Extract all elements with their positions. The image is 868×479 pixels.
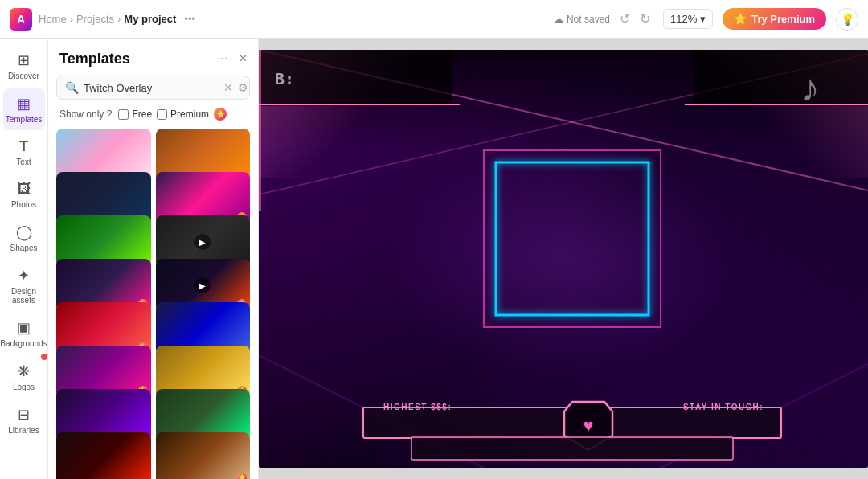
show-only-label: Show only ?: [59, 108, 112, 120]
sidebar-label-design-assets: Design assets: [8, 287, 40, 305]
filter-checkboxes: Free Premium ⭐: [118, 108, 227, 121]
design-assets-icon: ✦: [18, 267, 30, 285]
sidebar-item-discover[interactable]: ⊞ Discover: [3, 45, 45, 87]
redo-button[interactable]: ↻: [637, 8, 653, 30]
svg-text:♥: ♥: [583, 416, 593, 436]
search-icon: 🔍: [65, 81, 79, 94]
sidebar-item-design-assets[interactable]: ✦ Design assets: [3, 260, 45, 311]
canvas-content: ♥ B: ♪ HIGHEST $$$: STAY IN TOUCH:: [259, 50, 868, 468]
home-link[interactable]: Home: [39, 13, 67, 25]
try-premium-button[interactable]: ⭐ Try Premium: [723, 8, 826, 30]
breadcrumb-sep: ›: [70, 13, 73, 25]
play-icon: ▶: [194, 277, 211, 293]
main-layout: ⊞ Discover ▦ Templates T Text 🖼 Photos ◯…: [0, 39, 868, 479]
shapes-icon: ◯: [16, 223, 32, 241]
premium-filter[interactable]: Premium: [157, 108, 209, 120]
save-status: ☁ Not saved: [554, 14, 610, 25]
canvas-svg: ♥: [259, 50, 868, 468]
backgrounds-icon: ▣: [17, 319, 31, 337]
sidebar-item-text[interactable]: T Text: [3, 132, 45, 173]
highest-label: HIGHEST $$$:: [383, 403, 452, 411]
sidebar-item-templates[interactable]: ▦ Templates: [3, 88, 45, 130]
canvas-label-b: B:: [275, 69, 294, 88]
photos-icon: 🖼: [17, 181, 31, 198]
text-icon: T: [19, 138, 28, 155]
undo-button[interactable]: ↺: [616, 8, 633, 30]
svg-rect-16: [411, 437, 733, 460]
try-premium-label: Try Premium: [751, 13, 815, 25]
sidebar-label-text: Text: [16, 158, 31, 166]
sidebar-label-templates: Templates: [6, 115, 43, 124]
premium-star-icon: ⭐: [734, 13, 747, 25]
save-status-text: Not saved: [567, 14, 610, 25]
logos-icon: ❋: [18, 362, 30, 380]
topbar: A Home › Projects › My project ••• ☁ Not…: [0, 0, 868, 39]
premium-label: Premium: [170, 108, 209, 120]
premium-checkbox[interactable]: [157, 109, 167, 120]
logos-badge: [41, 354, 47, 360]
search-input[interactable]: [84, 82, 219, 94]
premium-badge-icon: ⭐: [214, 108, 227, 121]
topbar-right: ↺ ↻ 112% ▾ ⭐ Try Premium 💡: [616, 8, 858, 31]
zoom-control[interactable]: 112% ▾: [663, 9, 713, 29]
templates-panel: Templates ··· × 🔍 ✕ ⚙ Show only ? Free P…: [48, 39, 259, 479]
play-icon: ▶: [194, 234, 211, 250]
search-bar: 🔍 ✕ ⚙: [56, 76, 250, 100]
history-controls: ↺ ↻: [616, 8, 653, 30]
sidebar-item-photos[interactable]: 🖼 Photos: [3, 174, 45, 215]
zoom-level: 112%: [670, 13, 697, 25]
stay-in-touch-label: STAY IN TOUCH:: [683, 403, 764, 411]
more-options-button[interactable]: •••: [179, 11, 200, 27]
sidebar-label-logos: Logos: [13, 383, 35, 391]
discover-icon: ⊞: [18, 51, 30, 69]
chevron-down-icon: ▾: [700, 13, 706, 25]
template-item[interactable]: ⭐: [156, 432, 251, 479]
breadcrumb: Home › Projects › My project •••: [39, 11, 547, 27]
app-logo[interactable]: A: [10, 8, 32, 31]
sidebar-item-logos[interactable]: ❋ Logos: [3, 356, 45, 398]
template-item[interactable]: [56, 432, 151, 479]
free-label: Free: [132, 108, 152, 120]
music-note-icon: ♪: [800, 66, 820, 110]
svg-rect-3: [693, 50, 868, 106]
sidebar-label-libraries: Libraries: [8, 426, 39, 435]
sidebar-label-photos: Photos: [11, 200, 36, 209]
sidebar-label-backgrounds: Backgrounds: [0, 339, 47, 348]
search-clear-button[interactable]: ✕: [223, 81, 233, 94]
cloud-icon: ☁: [554, 14, 563, 25]
panel-more-button[interactable]: ···: [212, 50, 232, 68]
panel-close-button[interactable]: ×: [240, 51, 247, 66]
breadcrumb-sep: ›: [117, 13, 121, 25]
panel-title: Templates: [59, 51, 206, 68]
template-grid: STREAM STARTING FROM SOUL ⭐ THE BANDITS …: [48, 129, 258, 479]
projects-link[interactable]: Projects: [76, 13, 114, 25]
search-filter-button[interactable]: ⚙: [238, 81, 248, 94]
sidebar-item-libraries[interactable]: ⊟ Libraries: [3, 399, 45, 441]
sidebar: ⊞ Discover ▦ Templates T Text 🖼 Photos ◯…: [0, 39, 48, 479]
free-filter[interactable]: Free: [118, 108, 152, 120]
panel-header: Templates ··· ×: [48, 39, 258, 76]
templates-icon: ▦: [17, 95, 31, 113]
premium-icon: ⭐: [237, 473, 247, 479]
svg-rect-8: [496, 162, 649, 315]
sidebar-item-shapes[interactable]: ◯ Shapes: [3, 217, 45, 259]
free-checkbox[interactable]: [118, 109, 129, 120]
libraries-icon: ⊟: [18, 406, 30, 424]
canvas-area[interactable]: ♥ B: ♪ HIGHEST $$$: STAY IN TOUCH:: [259, 39, 868, 479]
sidebar-label-discover: Discover: [8, 72, 39, 80]
project-name[interactable]: My project: [124, 13, 176, 25]
sidebar-item-backgrounds[interactable]: ▣ Backgrounds: [3, 313, 45, 354]
sidebar-label-shapes: Shapes: [10, 244, 38, 252]
svg-rect-6: [259, 50, 261, 211]
show-only-bar: Show only ? Free Premium ⭐: [48, 108, 258, 129]
svg-rect-9: [484, 150, 661, 327]
cyberpunk-background: ♥ B: ♪ HIGHEST $$$: STAY IN TOUCH:: [259, 50, 868, 468]
help-button[interactable]: 💡: [836, 8, 858, 31]
